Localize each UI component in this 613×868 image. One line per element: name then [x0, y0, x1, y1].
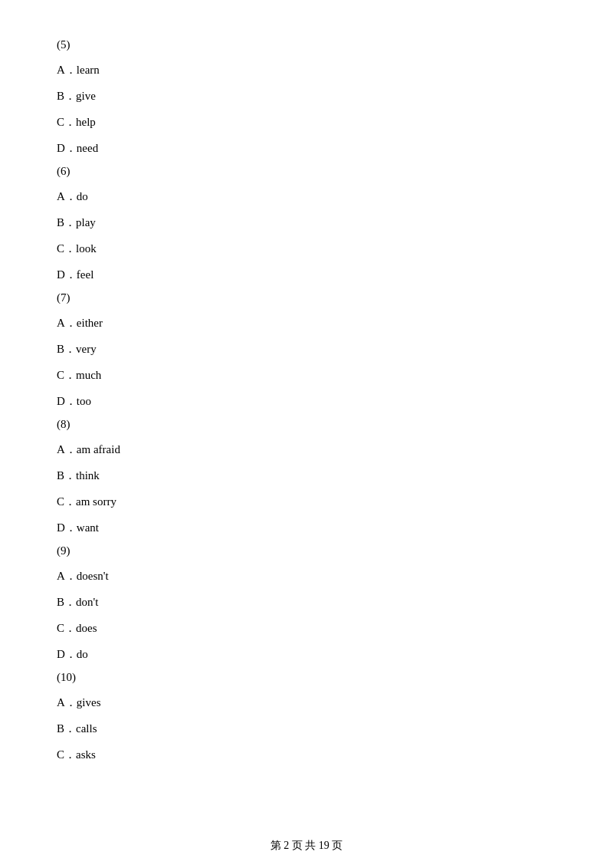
question-number-6: (6): [54, 165, 559, 178]
option-q5-1: B．give: [54, 87, 559, 105]
option-q5-2: C．help: [54, 113, 559, 131]
option-q7-3: D．too: [54, 392, 559, 410]
option-q9-0: A．doesn't: [54, 567, 559, 585]
question-number-9: (9): [54, 544, 559, 557]
page-content: (5)A．learnB．giveC．helpD．need(6)A．doB．pla…: [0, 0, 613, 817]
option-q7-1: B．very: [54, 340, 559, 358]
option-q8-2: C．am sorry: [54, 492, 559, 511]
option-q10-1: B．calls: [54, 719, 559, 738]
option-q5-0: A．learn: [54, 61, 559, 79]
option-q6-2: C．look: [54, 239, 559, 258]
option-q10-0: A．gives: [54, 693, 559, 712]
option-q5-3: D．need: [54, 139, 559, 157]
option-q10-2: C．asks: [54, 745, 559, 764]
page-footer: 第 2 页 共 19 页: [0, 839, 613, 853]
option-q9-1: B．don't: [54, 593, 559, 611]
option-q7-2: C．much: [54, 366, 559, 384]
option-q6-0: A．do: [54, 187, 559, 205]
option-q9-2: C．does: [54, 619, 559, 637]
question-number-8: (8): [54, 418, 559, 431]
option-q8-0: A．am afraid: [54, 440, 559, 459]
question-number-7: (7): [54, 291, 559, 304]
option-q6-1: B．play: [54, 213, 559, 232]
option-q7-0: A．either: [54, 314, 559, 332]
question-number-5: (5): [54, 38, 559, 51]
footer-text: 第 2 页 共 19 页: [270, 840, 343, 851]
option-q9-3: D．do: [54, 645, 559, 663]
option-q6-3: D．feel: [54, 265, 559, 284]
option-q8-3: D．want: [54, 518, 559, 537]
option-q8-1: B．think: [54, 466, 559, 485]
question-number-10: (10): [54, 671, 559, 684]
